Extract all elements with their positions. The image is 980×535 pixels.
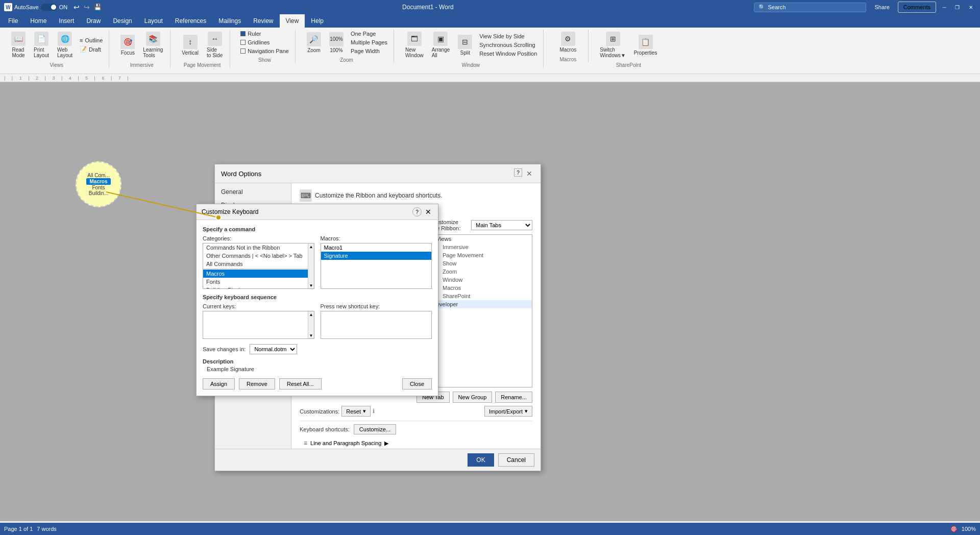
ck-categories-list[interactable]: Commands Not in the Ribbon Other Command… [203,243,314,289]
search-box[interactable]: 🔍 Search [754,3,866,12]
share-button[interactable]: Share [869,2,894,12]
one-page-btn[interactable]: One Page [349,30,389,38]
ck-current-scroll-up[interactable]: ▲ [308,311,314,318]
ck-macro-signature[interactable]: Signature [321,252,432,260]
ck-current-scroll-down[interactable]: ▼ [308,332,314,338]
wo-customize-ribbon-select[interactable]: Main Tabs [471,220,532,230]
tab-draw[interactable]: Draw [80,14,107,28]
right-item-macros[interactable]: Macros [432,284,532,292]
ck-macro-macro1[interactable]: Macro1 [321,244,432,252]
learning-tools-btn[interactable]: 📚 LearningTools [140,30,166,60]
tab-insert[interactable]: Insert [53,14,80,28]
outline-btn[interactable]: ≡ Outline [78,36,105,44]
redo-btn[interactable]: ↪ [84,3,90,11]
word-options-help-btn[interactable]: ? [514,168,522,177]
focus-btn[interactable]: 🎯 Focus [117,33,138,58]
customize-keyboard-btn[interactable]: Customize... [354,424,396,434]
ck-current-keys-input[interactable]: ▲ ▼ [203,311,314,339]
word-options-close-btn[interactable]: ✕ [524,168,534,179]
ck-new-shortcut-col: Press new shortcut key: [321,303,432,339]
tab-design[interactable]: Design [107,14,138,28]
ck-help-btn[interactable]: ? [412,207,422,216]
import-export-btn[interactable]: Import/Export ▾ [484,406,532,417]
navigation-pane-check[interactable]: Navigation Pane [238,47,291,55]
right-item-immersive[interactable]: Immersive [432,243,532,251]
draft-btn[interactable]: 📝 Draft [78,45,105,54]
autosave-toggle[interactable] [41,4,57,11]
right-item-page-movement[interactable]: Page Movement [432,251,532,259]
web-layout-btn[interactable]: 🌐 WebLayout [54,30,76,60]
right-item-sharepoint[interactable]: SharePoint [432,292,532,300]
switch-windows-btn[interactable]: ⊞ SwitchWindows▼ [597,30,628,60]
close-btn[interactable]: ✕ [966,2,976,12]
ck-new-shortcut-input[interactable] [321,311,432,339]
print-layout-label: PrintLayout [34,47,49,58]
ck-cat-all-commands[interactable]: All Commands [203,260,314,268]
page-movement-items: ↕ Vertical ↔ Sideto Side [179,30,226,60]
reset-window-position-btn[interactable]: Reset Window Position [477,50,539,58]
zoom-btn[interactable]: 🔎 Zoom [304,30,324,55]
new-window-btn[interactable]: 🗔 NewWindow [402,30,427,60]
ck-cat-commands-not-ribbon[interactable]: Commands Not in the Ribbon [203,244,314,252]
ck-cat-scroll-down[interactable]: ▼ [308,282,314,288]
undo-btn[interactable]: ↩ [74,3,80,11]
read-mode-btn[interactable]: 📖 ReadMode [8,30,29,60]
tab-references[interactable]: References [169,14,212,28]
tab-help[interactable]: Help [305,14,330,28]
ck-close-title-btn[interactable]: ✕ [424,207,433,216]
multiple-pages-btn[interactable]: Multiple Pages [349,38,389,46]
ck-save-select[interactable]: Normal.dotm [250,344,297,354]
minimize-btn[interactable]: ─ [939,2,949,12]
comments-button[interactable]: Comments [898,2,936,13]
wo-ok-btn[interactable]: OK [468,453,494,467]
ruler-check[interactable]: Ruler [238,30,291,38]
ck-current-keys-scroll[interactable]: ▲ ▼ [308,311,314,338]
wo-right-list[interactable]: Views Immersive Page Movement Show Zoom … [432,234,532,387]
split-label: Split [460,50,470,56]
ck-remove-btn[interactable]: Remove [239,378,275,390]
right-item-window[interactable]: Window [432,276,532,284]
ck-assign-btn[interactable]: Assign [203,378,235,390]
new-group-btn[interactable]: New Group [453,392,493,403]
ck-cat-fonts[interactable]: Fonts [203,278,314,286]
wo-cancel-btn[interactable]: Cancel [498,453,534,467]
ck-cat-other-commands[interactable]: Other Commands | < <No label> > Tab [203,252,314,260]
tab-home[interactable]: Home [24,14,53,28]
properties-btn[interactable]: 📋 Properties [631,33,660,58]
save-btn[interactable]: 💾 [94,4,102,11]
right-item-zoom[interactable]: Zoom [432,268,532,276]
ck-reset-all-btn[interactable]: Reset All... [279,378,322,390]
synchronous-scrolling-btn[interactable]: Synchronous Scrolling [477,41,539,49]
ck-cat-building-blocks[interactable]: Building Blocks [203,286,314,289]
reset-dropdown-btn[interactable]: Reset ▾ [341,406,371,417]
restore-btn[interactable]: ❐ [952,2,963,12]
page-width-btn[interactable]: Page Width [349,47,389,55]
wo-line-paragraph-item[interactable]: ≡ Line and Paragraph Spacing ▶ [300,439,532,448]
gridlines-check[interactable]: Gridlines [238,38,291,46]
right-item-eveloper[interactable]: eveloper [432,300,532,308]
vertical-btn[interactable]: ↕ Vertical [179,33,202,58]
macros-btn[interactable]: ⚙ Macros [556,30,579,55]
split-btn[interactable]: ⊟ Split [455,33,475,58]
zoom-100-btn[interactable]: 100% 100% [326,30,347,55]
macros-group: ⚙ Macros Macros [548,30,589,62]
ck-macros-list[interactable]: Macro1 Signature [321,243,432,289]
tab-file[interactable]: File [2,14,24,28]
side-to-side-label: Sideto Side [207,47,223,58]
right-item-show[interactable]: Show [432,259,532,268]
arrange-all-btn[interactable]: ▣ ArrangeAll [429,30,453,60]
ck-close-main-btn[interactable]: Close [402,378,432,390]
print-layout-btn[interactable]: 📄 PrintLayout [31,30,52,60]
tab-view[interactable]: View [280,14,305,28]
tab-mailings[interactable]: Mailings [212,14,247,28]
ck-description-label: Description [203,358,432,364]
right-item-views[interactable]: Views [432,235,532,243]
side-to-side-btn[interactable]: ↔ Sideto Side [204,30,226,60]
ck-cat-macros[interactable]: Macros [203,270,314,278]
ck-cat-scroll-up[interactable]: ▲ [308,244,314,250]
tab-layout[interactable]: Layout [138,14,169,28]
view-side-by-side-btn[interactable]: View Side by Side [477,32,539,40]
ck-categories-scrollbar[interactable]: ▲ ▼ [308,244,314,288]
rename-btn[interactable]: Rename... [495,392,532,403]
tab-review[interactable]: Review [247,14,279,28]
